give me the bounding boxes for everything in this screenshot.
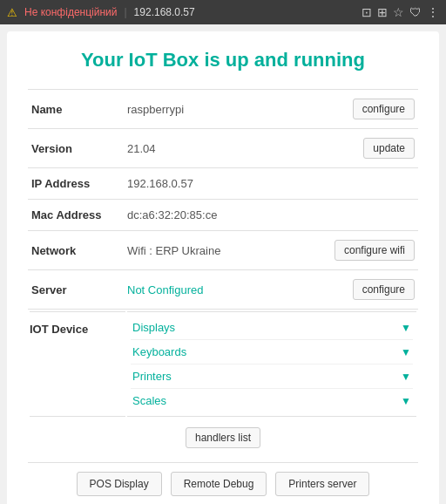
ip-label: IP Address — [28, 168, 124, 200]
mac-row: Mac Address dc:a6:32:20:85:ce — [28, 200, 418, 231]
shield-icon: 🛡 — [409, 5, 422, 19]
menu-icon[interactable]: ⋮ — [427, 5, 439, 19]
server-link[interactable]: Not Configured — [127, 283, 203, 296]
network-value: Wifi : ERP Ukraine — [124, 231, 281, 270]
bottom-action-button[interactable]: Printers server — [275, 472, 369, 496]
ip-row: IP Address 192.168.0.57 — [28, 168, 418, 200]
url-bar[interactable]: 192.168.0.57 — [134, 6, 195, 18]
browser-icons: ⊡ ⊞ ☆ 🛡 ⋮ — [362, 5, 439, 19]
device-name: Keyboards — [132, 345, 186, 358]
chevron-down-icon: ▼ — [401, 322, 411, 334]
star-icon[interactable]: ☆ — [393, 5, 404, 19]
main-content: Your IoT Box is up and running Name rasp… — [7, 31, 439, 504]
chevron-down-icon: ▼ — [401, 395, 411, 407]
device-name: Printers — [132, 370, 172, 383]
network-row: Network Wifi : ERP Ukraine configure wif… — [28, 231, 418, 270]
server-row: Server Not Configured configure — [28, 270, 418, 310]
mac-label: Mac Address — [28, 200, 124, 231]
bottom-buttons: POS DisplayRemote DebugPrinters server — [28, 462, 418, 496]
warning-icon: ⚠ — [7, 6, 17, 19]
device-name: Scales — [132, 394, 166, 407]
bottom-action-button[interactable]: POS Display — [77, 472, 162, 496]
server-configure-button[interactable]: configure — [353, 279, 415, 300]
configure-button[interactable]: configure — [353, 99, 415, 119]
ip-value: 192.168.0.57 — [124, 168, 418, 200]
list-item[interactable]: Printers ▼ — [131, 364, 413, 389]
handlers-row: handlers list — [28, 419, 418, 452]
name-label: Name — [28, 90, 124, 129]
server-label: Server — [28, 270, 124, 310]
update-button[interactable]: update — [363, 138, 415, 159]
handlers-list-button[interactable]: handlers list — [186, 427, 260, 448]
device-name: Displays — [132, 321, 175, 334]
chevron-down-icon: ▼ — [401, 346, 411, 358]
name-value: raspberrypi — [124, 90, 281, 129]
iot-device-label: IOT Device — [30, 311, 125, 417]
devices-list: Displays ▼ Keyboards ▼ Printers ▼ Scales… — [127, 311, 416, 417]
iot-device-table: IOT Device Displays ▼ Keyboards ▼ Printe… — [28, 310, 418, 419]
tab-icon: ⊡ — [362, 5, 372, 19]
info-table: Name raspberrypi configure Version 21.04… — [28, 89, 418, 310]
version-row: Version 21.04 update — [28, 129, 418, 168]
mac-value: dc:a6:32:20:85:ce — [124, 200, 418, 231]
not-secure-label: Не конфіденційний — [24, 6, 117, 18]
network-label: Network — [28, 231, 124, 270]
version-value: 21.04 — [124, 129, 281, 168]
grid-icon: ⊞ — [377, 5, 388, 19]
page-title: Your IoT Box is up and running — [28, 49, 418, 72]
list-item[interactable]: Displays ▼ — [131, 316, 413, 340]
chevron-down-icon: ▼ — [401, 371, 411, 383]
iot-device-row: IOT Device Displays ▼ Keyboards ▼ Printe… — [30, 311, 416, 417]
bottom-action-button[interactable]: Remote Debug — [171, 472, 267, 496]
configure-wifi-button[interactable]: configure wifi — [334, 240, 415, 261]
list-item[interactable]: Scales ▼ — [131, 389, 413, 412]
version-label: Version — [28, 129, 124, 168]
list-item[interactable]: Keyboards ▼ — [131, 340, 413, 364]
browser-bar: ⚠ Не конфіденційний | 192.168.0.57 ⊡ ⊞ ☆… — [0, 0, 446, 24]
name-row: Name raspberrypi configure — [28, 90, 418, 129]
